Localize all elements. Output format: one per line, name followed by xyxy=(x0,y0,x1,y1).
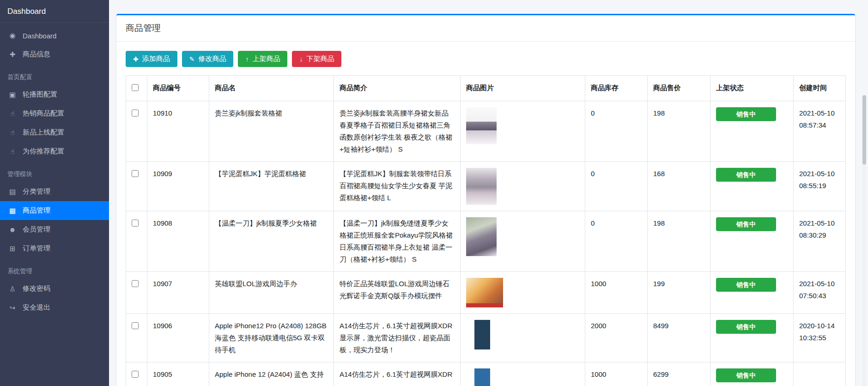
row-checkbox[interactable] xyxy=(132,170,139,177)
row-select-cell xyxy=(126,314,147,362)
status-badge: 销售中 xyxy=(716,320,776,334)
add-product-button[interactable]: ✚添加商品 xyxy=(126,51,177,67)
card-body: ✚添加商品✎修改商品↑上架商品↓下架商品 商品编号商品名商品简介商品图片商品库存… xyxy=(116,42,855,386)
column-header-商品编号: 商品编号 xyxy=(147,76,209,101)
column-header-上架状态: 上架状态 xyxy=(710,76,794,101)
table-row: 10905 Apple iPhone 12 (A2404) 蓝色 支持 A14仿… xyxy=(126,362,846,386)
product-status-cell: 销售中 xyxy=(710,314,794,362)
sidebar-item-label: 新品上线配置 xyxy=(23,128,64,137)
row-checkbox[interactable] xyxy=(132,220,139,227)
product-name-cell: 【芋泥蛋糕JK】芋泥蛋糕格裙 xyxy=(209,162,334,211)
product-stock-cell: 0 xyxy=(585,101,648,162)
product-table: 商品编号商品名商品简介商品图片商品库存商品售价上架状态创建时间 10910 贵兰… xyxy=(126,75,846,386)
sidebar-item-订单管理[interactable]: ⊞ 订单管理 xyxy=(0,239,109,258)
button-label: 修改商品 xyxy=(198,55,226,63)
created-time-cell: 2021-05-10 08:30:29 xyxy=(794,211,846,272)
delist-product-button[interactable]: ↓下架商品 xyxy=(292,51,341,67)
product-price-cell: 198 xyxy=(648,211,710,272)
product-id-cell: 10908 xyxy=(147,211,209,272)
product-description-cell: 贵兰姿jk制服套装高腰半身裙女新品春夏季格子百褶裙日系短裙格裙三角函数原创衬衫学… xyxy=(334,101,461,162)
arrow-up-icon: ↑ xyxy=(245,55,249,63)
column-header-商品图片: 商品图片 xyxy=(461,76,585,101)
product-image-cell xyxy=(461,314,585,362)
page-title: 商品管理 xyxy=(116,15,855,42)
scrollbar-thumb[interactable] xyxy=(862,95,866,165)
sidebar-item-分类管理[interactable]: ▤ 分类管理 xyxy=(0,182,109,201)
edit-product-button[interactable]: ✎修改商品 xyxy=(182,51,234,67)
select-all-checkbox[interactable] xyxy=(132,84,139,91)
product-price-cell: 198 xyxy=(648,101,710,162)
product-status-cell: 销售中 xyxy=(710,211,794,272)
sidebar-item-商品信息[interactable]: ✚ 商品信息 xyxy=(0,45,109,64)
product-image xyxy=(466,168,497,205)
product-description-cell: A14仿生芯片，6.1英寸超视网膜XDR显示屏，激光雷达扫描仪，超瓷晶面板，现实… xyxy=(334,314,461,362)
sidebar-item-安全退出[interactable]: ↪ 安全退出 xyxy=(0,298,109,317)
product-image xyxy=(466,368,498,386)
sidebar-item-Dashboard[interactable]: ◉ Dashboard xyxy=(0,26,109,45)
product-id-cell: 10905 xyxy=(147,362,209,386)
sidebar: Dashboard ◉ Dashboard ✚ 商品信息 首页配置 ▣ 轮播图配… xyxy=(0,0,109,386)
status-badge: 销售中 xyxy=(716,368,776,382)
product-status-cell: 销售中 xyxy=(710,272,794,314)
table-row: 10910 贵兰姿jk制服套装格裙 贵兰姿jk制服套装高腰半身裙女新品春夏季格子… xyxy=(126,101,846,162)
users-icon: ☻ xyxy=(7,226,18,233)
row-select-cell xyxy=(126,211,147,272)
button-label: 上架商品 xyxy=(252,55,280,63)
image-icon: ▣ xyxy=(7,91,18,99)
product-name-cell: 英雄联盟LOL游戏周边手办 xyxy=(209,272,334,314)
sidebar-item-为你推荐配置[interactable]: ☝ 为你推荐配置 xyxy=(0,142,109,161)
product-name-cell: Apple iPhone 12 (A2404) 蓝色 支持 xyxy=(209,362,334,386)
created-time-cell: 2021-05-10 08:55:19 xyxy=(794,162,846,211)
list-product-button[interactable]: ↑上架商品 xyxy=(238,51,287,67)
status-badge: 销售中 xyxy=(716,168,776,182)
row-checkbox[interactable] xyxy=(132,371,139,378)
product-description-cell: A14仿生芯片，6.1英寸超视网膜XDR xyxy=(334,362,461,386)
sidebar-item-热销商品配置[interactable]: ☝ 热销商品配置 xyxy=(0,104,109,123)
product-id-cell: 10910 xyxy=(147,101,209,162)
created-time-cell: 2021-05-10 07:50:43 xyxy=(794,272,846,314)
nav-section-header: 首页配置 xyxy=(0,64,109,85)
button-label: 添加商品 xyxy=(142,55,170,63)
row-checkbox[interactable] xyxy=(132,280,139,287)
product-id-cell: 10906 xyxy=(147,314,209,362)
column-header-商品简介: 商品简介 xyxy=(334,76,461,101)
product-stock-cell: 0 xyxy=(585,162,648,211)
toolbar: ✚添加商品✎修改商品↑上架商品↓下架商品 xyxy=(126,51,846,67)
plus-icon: ✚ xyxy=(7,50,18,59)
product-name-cell: Apple iPhone12 Pro (A2408) 128GB 海蓝色 支持移… xyxy=(209,314,334,362)
sidebar-item-label: 订单管理 xyxy=(23,244,50,253)
sidebar-item-商品管理[interactable]: ▦ 商品管理 xyxy=(0,201,109,220)
sidebar-item-轮播图配置[interactable]: ▣ 轮播图配置 xyxy=(0,85,109,104)
dashboard-icon: ◉ xyxy=(7,31,18,40)
product-image-cell xyxy=(461,162,585,211)
plus-icon: ✚ xyxy=(133,55,139,63)
sidebar-item-新品上线配置[interactable]: ☝ 新品上线配置 xyxy=(0,123,109,142)
sidebar-item-label: 商品信息 xyxy=(23,50,50,59)
product-image xyxy=(466,107,497,144)
row-checkbox[interactable] xyxy=(132,110,139,116)
sidebar-item-修改密码[interactable]: ♙ 修改密码 xyxy=(0,279,109,298)
sidebar-item-label: 分类管理 xyxy=(23,187,50,196)
product-id-cell: 10907 xyxy=(147,272,209,314)
table-body: 10910 贵兰姿jk制服套装格裙 贵兰姿jk制服套装高腰半身裙女新品春夏季格子… xyxy=(126,101,846,386)
thumbs-up-icon: ☝ xyxy=(7,129,18,137)
product-image xyxy=(466,320,498,349)
thumbs-up-icon: ☝ xyxy=(7,110,18,118)
sidebar-item-label: 热销商品配置 xyxy=(23,109,64,118)
product-name-cell: 【温柔一刀】jk制服夏季少女格裙 xyxy=(209,211,334,272)
row-checkbox[interactable] xyxy=(132,322,139,329)
product-price-cell: 8499 xyxy=(648,314,710,362)
nav-section-header: 系统管理 xyxy=(0,258,109,279)
table-header: 商品编号商品名商品简介商品图片商品库存商品售价上架状态创建时间 xyxy=(126,76,846,101)
product-id-cell: 10909 xyxy=(147,162,209,211)
sidebar-item-会员管理[interactable]: ☻ 会员管理 xyxy=(0,220,109,239)
table-row: 10906 Apple iPhone12 Pro (A2408) 128GB 海… xyxy=(126,314,846,362)
status-badge: 销售中 xyxy=(716,278,776,292)
list-icon: ▤ xyxy=(7,188,18,196)
product-description-cell: 【温柔一刀】jk制服免缝缝夏季少女格裙正统班服全套Pokayu学院风格裙日系高腰… xyxy=(334,211,461,272)
brand-title: Dashboard xyxy=(0,0,109,23)
row-select-cell xyxy=(126,362,147,386)
sidebar-item-label: 轮播图配置 xyxy=(23,90,57,99)
thumbs-up-icon: ☝ xyxy=(7,147,18,156)
vertical-scrollbar[interactable] xyxy=(862,95,866,386)
